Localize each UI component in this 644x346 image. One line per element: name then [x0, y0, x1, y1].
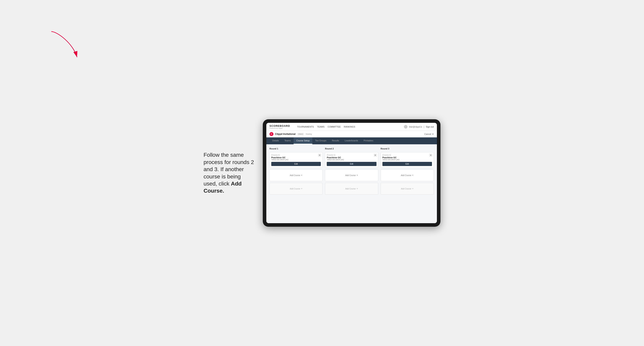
tab-results[interactable]: Results	[329, 137, 342, 144]
rounds-grid: Round 1 ⊗ (Course A) Peachtree GC Yellow…	[270, 148, 434, 194]
round-2-add-course-text-2: Add Course +	[345, 187, 358, 190]
tab-course-setup[interactable]: Course Setup	[294, 137, 312, 144]
tab-bar: Details Teams Course Setup Tee Groups Re…	[266, 137, 437, 144]
plus-icon-r2-2: +	[356, 187, 358, 190]
plus-icon-r2-1: +	[356, 174, 358, 177]
tab-leaderboards[interactable]: Leaderboards	[342, 137, 361, 144]
nav-links: TOURNAMENTS TEAMS COMMITTEE RANKINGS	[297, 125, 399, 128]
round-3-add-course-text-1: Add Course +	[401, 174, 414, 177]
round-2-course-name: Peachtree GC	[327, 156, 376, 159]
tournament-gender-badge: (Men)	[297, 133, 304, 135]
round-2-column: Round 2 ⊗ (Course A) Peachtree GC Yellow…	[325, 148, 378, 194]
annotation-arrow	[46, 28, 85, 63]
round-1-add-course-text-1: Add Course +	[290, 174, 302, 177]
round-1-course-name: Peachtree GC	[271, 156, 321, 159]
plus-icon-1: +	[301, 174, 302, 177]
round-3-add-course-text-2: Add Course +	[401, 187, 414, 190]
round-1-title: Round 1	[270, 148, 322, 150]
round-1-delete-icon[interactable]: ⊗	[318, 154, 321, 157]
add-course-label-2: Add Course	[290, 188, 300, 190]
add-course-label-r2-1: Add Course	[345, 174, 356, 176]
nav-separator: |	[424, 126, 424, 128]
round-1-edit-button[interactable]: Edit	[271, 162, 321, 166]
round-3-delete-icon[interactable]: ⊗	[429, 154, 432, 157]
round-2-add-course-2[interactable]: Add Course +	[325, 183, 378, 194]
close-icon: ✕	[432, 133, 434, 136]
nav-tournaments[interactable]: TOURNAMENTS	[297, 125, 314, 128]
round-3-course-card: ⊗ (Course A) Peachtree GC Yellow (M) (66…	[381, 152, 434, 168]
round-3-column: Round 3 ⊗ (Course A) Peachtree GC Yellow…	[381, 148, 434, 194]
sub-header-left: C Clippd Invitational (Men) Hosting	[270, 132, 312, 136]
sub-header: C Clippd Invitational (Men) Hosting Canc…	[266, 131, 437, 137]
plus-icon-2: +	[301, 187, 302, 190]
top-nav: SCOREBOARD Powered by clippd TOURNAMENTS…	[266, 123, 437, 131]
round-3-course-name: Peachtree GC	[382, 156, 432, 159]
add-course-label-r2-2: Add Course	[345, 188, 356, 190]
round-2-course-label: (Course A)	[327, 154, 376, 156]
round-1-course-label: (Course A)	[271, 154, 321, 156]
logo-area: SCOREBOARD Powered by clippd	[270, 124, 290, 129]
tab-printables[interactable]: Printables	[361, 137, 376, 144]
add-course-label-1: Add Course	[290, 174, 300, 176]
round-2-delete-icon[interactable]: ⊗	[374, 154, 377, 157]
round-3-course-details: Yellow (M) (6629 yds)	[382, 159, 432, 161]
tab-details[interactable]: Details	[270, 137, 282, 144]
hosting-badge: Hosting	[306, 133, 312, 135]
outer-container: Follow the same process for rounds 2 and…	[204, 119, 440, 227]
round-3-course-label: (Course A)	[382, 154, 432, 156]
round-3-add-course-2[interactable]: Add Course +	[381, 183, 434, 194]
round-2-course-card: ⊗ (Course A) Peachtree GC Yellow (M) (66…	[325, 152, 378, 168]
nav-teams[interactable]: TEAMS	[317, 125, 324, 128]
scoreboard-logo: SCOREBOARD	[270, 124, 290, 127]
add-course-label-r3-1: Add Course	[401, 174, 411, 176]
nav-committee[interactable]: COMMITTEE	[328, 125, 341, 128]
clippd-logo-icon: C	[270, 132, 274, 136]
nav-rankings[interactable]: RANKINGS	[344, 125, 355, 128]
plus-icon-r3-2: +	[412, 187, 414, 190]
instruction-panel: Follow the same process for rounds 2 and…	[204, 152, 255, 194]
round-1-course-card: ⊗ (Course A) Peachtree GC Yellow (M) (66…	[270, 152, 322, 168]
tournament-name: Clippd Invitational	[275, 133, 296, 136]
round-1-add-course-1[interactable]: Add Course +	[270, 169, 322, 181]
tablet-frame: SCOREBOARD Powered by clippd TOURNAMENTS…	[263, 119, 440, 227]
user-email: blair@clippd.io	[409, 126, 422, 128]
round-3-title: Round 3	[381, 148, 434, 150]
main-content: Round 1 ⊗ (Course A) Peachtree GC Yellow…	[266, 144, 437, 223]
tab-teams[interactable]: Teams	[282, 137, 294, 144]
cancel-button[interactable]: Cancel ✕	[424, 133, 434, 136]
round-3-add-course-1[interactable]: Add Course +	[381, 169, 434, 181]
nav-right: blair@clippd.io | Sign out	[404, 125, 434, 129]
round-2-add-course-text-1: Add Course +	[345, 174, 358, 177]
instruction-bold: Add Course.	[204, 180, 242, 194]
tab-tee-groups[interactable]: Tee Groups	[312, 137, 329, 144]
add-course-label-r3-2: Add Course	[401, 188, 411, 190]
round-2-edit-button[interactable]: Edit	[327, 162, 376, 166]
round-1-add-course-text-2: Add Course +	[290, 187, 302, 190]
user-avatar	[404, 125, 408, 129]
round-2-title: Round 2	[325, 148, 378, 150]
instruction-text: Follow the same process for rounds 2 and…	[204, 152, 254, 194]
powered-by: Powered by clippd	[270, 127, 290, 129]
round-3-edit-button[interactable]: Edit	[382, 162, 432, 166]
tablet-screen: SCOREBOARD Powered by clippd TOURNAMENTS…	[266, 123, 437, 223]
round-1-column: Round 1 ⊗ (Course A) Peachtree GC Yellow…	[270, 148, 322, 194]
sign-out-link[interactable]: Sign out	[426, 125, 434, 128]
plus-icon-r3-1: +	[412, 174, 414, 177]
round-1-add-course-2[interactable]: Add Course +	[270, 183, 322, 194]
round-1-course-details: Yellow (M) (6629 yds)	[271, 159, 321, 161]
round-2-add-course-1[interactable]: Add Course +	[325, 169, 378, 181]
round-2-course-details: Yellow (M) (6629 yds)	[327, 159, 376, 161]
